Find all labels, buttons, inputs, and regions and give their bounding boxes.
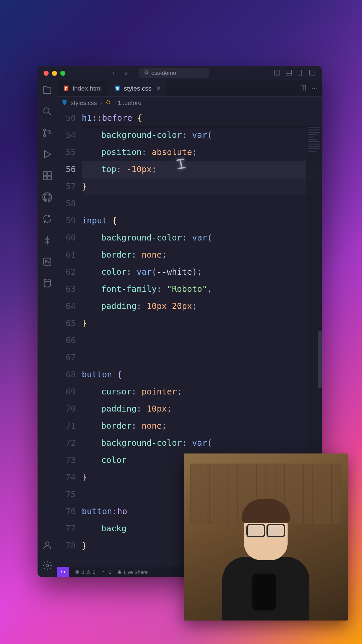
minimap-scrollbar[interactable] xyxy=(318,331,322,388)
minimize-window-button[interactable] xyxy=(52,71,57,76)
svg-point-7 xyxy=(44,135,46,137)
titlebar: ‹ › css-demo xyxy=(38,66,322,80)
svg-point-8 xyxy=(49,132,51,134)
css3-icon xyxy=(62,99,67,107)
search-icon[interactable] xyxy=(42,106,53,118)
svg-point-16 xyxy=(46,564,49,567)
command-center[interactable]: css-demo xyxy=(139,68,209,78)
tab-index-html[interactable]: index.html xyxy=(57,80,108,96)
remote-indicator[interactable] xyxy=(57,567,69,577)
svg-rect-2 xyxy=(286,70,292,75)
debug-icon[interactable] xyxy=(42,149,53,161)
svg-point-6 xyxy=(44,129,46,131)
ports[interactable]: ᯤ 0 xyxy=(102,569,111,575)
panel-left-icon[interactable] xyxy=(274,69,281,77)
svg-rect-3 xyxy=(298,70,303,75)
breadcrumb-symbol: h1::before xyxy=(114,100,141,107)
source-control-icon[interactable] xyxy=(42,127,53,140)
panel-bottom-icon[interactable] xyxy=(285,69,292,77)
panel-right-icon[interactable] xyxy=(297,69,304,77)
nav-forward-icon[interactable]: › xyxy=(125,69,127,77)
window-controls xyxy=(44,71,65,76)
svg-rect-12 xyxy=(48,176,51,180)
tree-icon[interactable] xyxy=(42,235,53,247)
search-icon xyxy=(144,70,149,76)
live-share-icon: ◉ xyxy=(117,569,122,575)
svg-rect-4 xyxy=(310,70,315,75)
breadcrumb[interactable]: styles.css › h1::before xyxy=(57,97,322,109)
html5-icon xyxy=(63,85,69,92)
database-icon[interactable] xyxy=(42,278,53,290)
webcam-overlay xyxy=(184,453,348,621)
close-tab-icon[interactable]: ✕ xyxy=(156,85,161,92)
github-icon[interactable] xyxy=(42,192,53,204)
tab-styles-css[interactable]: styles.css ✕ xyxy=(108,80,167,96)
layout-icon[interactable] xyxy=(309,69,316,77)
split-editor-icon[interactable] xyxy=(300,85,306,92)
svg-point-14 xyxy=(44,279,51,282)
antenna-icon: ᯤ xyxy=(102,569,107,575)
svg-point-5 xyxy=(44,108,49,113)
maximize-window-button[interactable] xyxy=(60,71,65,76)
tab-label: index.html xyxy=(73,85,102,92)
svg-point-0 xyxy=(144,71,147,74)
search-text: css-demo xyxy=(152,70,176,76)
svg-rect-1 xyxy=(275,70,280,75)
settings-gear-icon[interactable] xyxy=(42,560,53,572)
account-icon[interactable] xyxy=(42,540,53,552)
close-window-button[interactable] xyxy=(44,71,49,76)
svg-rect-10 xyxy=(48,172,51,175)
nav-back-icon[interactable]: ‹ xyxy=(112,69,115,77)
warning-icon: ⚠ xyxy=(86,569,90,575)
more-actions-icon[interactable]: ⋯ xyxy=(312,85,317,92)
explorer-icon[interactable] xyxy=(42,85,53,97)
symbol-icon xyxy=(106,100,111,107)
nav-arrows: ‹ › xyxy=(112,69,127,77)
breadcrumb-file: styles.css xyxy=(71,100,97,107)
svg-point-15 xyxy=(46,542,49,545)
extensions-icon[interactable] xyxy=(42,170,53,182)
notion-icon[interactable] xyxy=(42,256,53,268)
line-gutter: 5054555657585960616263646566676869707172… xyxy=(57,109,82,567)
tab-label: styles.css xyxy=(124,85,152,92)
live-share[interactable]: ◉ Live Share xyxy=(117,569,148,575)
svg-rect-9 xyxy=(43,172,47,175)
css3-icon xyxy=(114,85,121,92)
chevron-right-icon: › xyxy=(100,100,102,107)
sync-icon[interactable] xyxy=(42,213,53,225)
editor-tabs: index.html styles.css ✕ ⋯ xyxy=(57,80,322,97)
error-icon: ⊗ xyxy=(75,569,79,575)
errors-warnings[interactable]: ⊗ 0 ⚠ 0 xyxy=(75,569,96,575)
svg-rect-11 xyxy=(43,176,47,180)
activity-bar xyxy=(38,80,57,577)
